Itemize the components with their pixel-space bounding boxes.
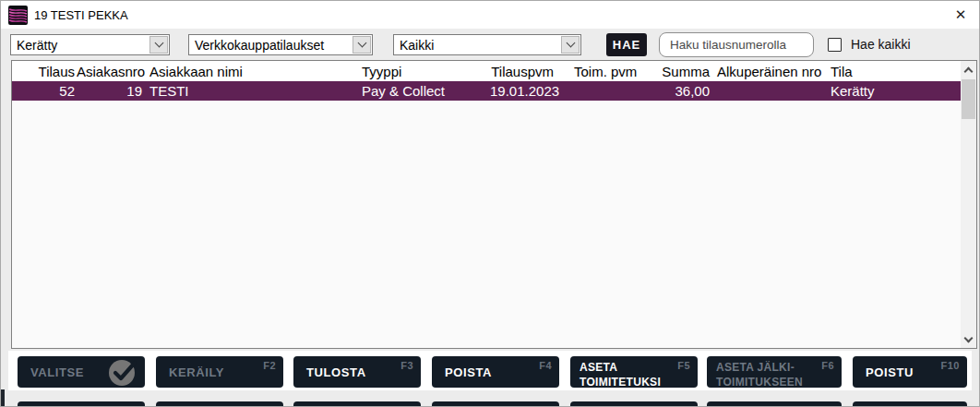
app-logo-icon — [8, 6, 28, 25]
poista-button[interactable]: POISTA F4 — [432, 356, 559, 388]
type-filter-value: Kaikki — [400, 38, 434, 53]
valitse-button[interactable]: VALITSE — [18, 356, 145, 388]
table-row-selected[interactable]: 52 19 TESTI Pay & Collect 19.01.2023 36,… — [12, 81, 961, 101]
clipped-button — [18, 401, 145, 407]
type-filter-dropdown[interactable]: Kaikki — [393, 34, 581, 55]
poista-button-label: POISTA — [445, 356, 492, 388]
col-header-tilauspvm[interactable]: Tilauspvm — [490, 64, 556, 79]
chevron-down-icon[interactable] — [353, 36, 371, 54]
source-filter-dropdown[interactable]: Verkkokauppatilaukset — [188, 34, 373, 55]
clipped-button — [853, 401, 967, 407]
search-all-checkbox-label: Hae kaikki — [851, 37, 911, 52]
orders-table-header: Tilaus Asiakasnro Asiakkaan nimi Tyyppi … — [12, 61, 976, 81]
vertical-scrollbar[interactable] — [961, 61, 976, 348]
keraily-button-label: KERÄILY — [169, 356, 224, 388]
cell-tilauspvm: 19.01.2023 — [490, 83, 556, 99]
aseta-toimitetuksi-button[interactable]: ASETA TOIMITETUKSI F5 — [570, 356, 698, 388]
tulosta-button-label: TULOSTA — [306, 356, 366, 388]
col-header-summa[interactable]: Summa — [642, 64, 711, 79]
title-bar: 19 TESTI PEKKA ✕ — [1, 1, 979, 29]
check-circle-icon — [109, 358, 138, 387]
status-filter-dropdown[interactable]: Kerätty — [10, 34, 170, 55]
col-header-tila[interactable]: Tila — [822, 64, 976, 79]
close-icon[interactable]: ✕ — [942, 1, 979, 29]
poistu-button-label: POISTU — [866, 356, 914, 388]
clipped-button-row — [1, 401, 979, 407]
cell-tila: Kerätty — [822, 83, 961, 99]
order-number-search-input[interactable] — [659, 32, 814, 57]
aseta-toimitetuksi-button-label: ASETA TOIMITETUKSI — [580, 361, 666, 389]
col-header-alkuperainen-nro[interactable]: Alkuperäinen nro — [711, 64, 822, 79]
chevron-down-icon[interactable] — [149, 36, 168, 54]
scrollbar-thumb[interactable] — [962, 79, 975, 119]
col-header-toim-pvm[interactable]: Toim. pvm — [556, 64, 642, 79]
app-window: 19 TESTI PEKKA ✕ Kerätty Verkkokauppatil… — [0, 0, 980, 407]
aseta-jalkitoimitukseen-button-label: ASETA JÄLKI-TOIMITUKSEEN — [716, 361, 810, 389]
col-header-tilaus[interactable]: Tilaus — [12, 64, 77, 79]
fkey-label: F6 — [821, 360, 834, 371]
poistu-button[interactable]: POISTU F10 — [853, 356, 967, 388]
window-edge-fragment — [1, 389, 5, 407]
col-header-asiakasnro[interactable]: Asiakasnro — [77, 64, 144, 79]
tulosta-button[interactable]: TULOSTA F3 — [293, 356, 421, 388]
cell-summa: 36,00 — [642, 83, 711, 99]
fkey-label: F10 — [941, 360, 960, 371]
clipped-button — [293, 401, 421, 407]
clipped-button — [707, 401, 842, 407]
fkey-label: F2 — [263, 360, 276, 371]
clipped-button — [570, 401, 698, 407]
aseta-jalkitoimitukseen-button[interactable]: ASETA JÄLKI-TOIMITUKSEEN F6 — [707, 356, 842, 388]
scroll-down-icon[interactable] — [961, 331, 976, 347]
valitse-button-label: VALITSE — [30, 356, 84, 388]
status-filter-value: Kerätty — [17, 38, 57, 53]
clipped-button — [156, 401, 283, 407]
cell-tyyppi: Pay & Collect — [356, 83, 490, 99]
keraily-button[interactable]: KERÄILY F2 — [156, 356, 283, 388]
search-button[interactable]: HAE — [606, 33, 647, 56]
fkey-label: F4 — [539, 360, 552, 371]
orders-table: Tilaus Asiakasnro Asiakkaan nimi Tyyppi … — [11, 60, 977, 349]
window-title: 19 TESTI PEKKA — [34, 8, 128, 22]
fkey-label: F3 — [400, 360, 413, 371]
cell-asiakasnro: 19 — [77, 83, 144, 99]
cell-asiakkaan-nimi: TESTI — [144, 83, 356, 99]
col-header-tyyppi[interactable]: Tyyppi — [356, 64, 490, 79]
search-all-checkbox[interactable] — [828, 38, 842, 52]
cell-tilaus: 52 — [12, 83, 77, 99]
clipped-button — [432, 401, 559, 407]
chevron-down-icon[interactable] — [561, 36, 580, 54]
col-header-asiakkaan-nimi[interactable]: Asiakkaan nimi — [144, 64, 356, 79]
source-filter-value: Verkkokauppatilaukset — [195, 38, 324, 53]
fkey-label: F5 — [677, 360, 690, 371]
scroll-up-icon[interactable] — [961, 62, 976, 78]
